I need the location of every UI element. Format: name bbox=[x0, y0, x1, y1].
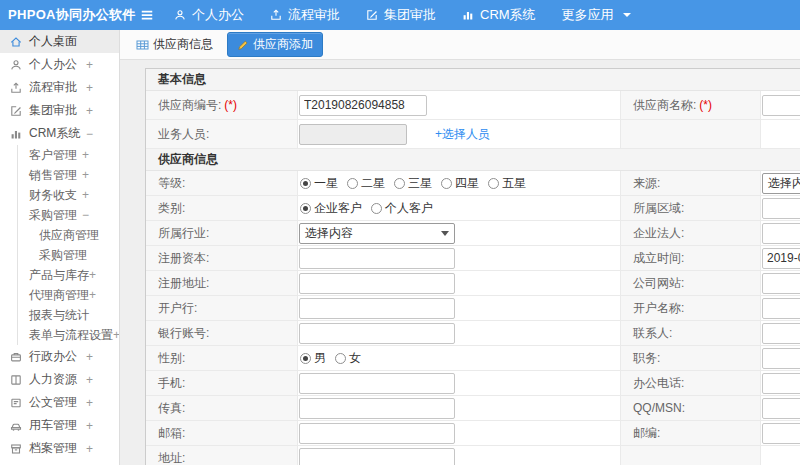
sidebar-item-label: 人力资源 bbox=[29, 371, 77, 388]
established-date-input[interactable] bbox=[762, 248, 800, 269]
sidebar-item-customer-mgmt[interactable]: 客户管理+ bbox=[18, 145, 119, 165]
sidebar-item-human-resources[interactable]: 人力资源+ bbox=[0, 368, 119, 391]
sidebar-item-admin-office[interactable]: 行政办公+ bbox=[0, 345, 119, 368]
supplier-name-input[interactable] bbox=[762, 95, 800, 116]
topbar: PHPOA协同办公软件 个人办公流程审批集团审批CRM系统更多应用 bbox=[0, 0, 800, 30]
sidebar-item-document-mgmt[interactable]: 公文管理+ bbox=[0, 391, 119, 414]
gender-radios-option[interactable]: 女 bbox=[335, 350, 361, 367]
category-radios: 企业客户个人客户 bbox=[298, 200, 433, 217]
qq-msn-input[interactable] bbox=[762, 398, 800, 419]
caret-down-icon bbox=[620, 13, 631, 17]
expand-icon: + bbox=[89, 268, 96, 282]
sidebar-item-label: 表单与流程设置 bbox=[29, 327, 113, 344]
field-label-text: 地址: bbox=[158, 450, 185, 465]
sidebar-item-label: 行政办公 bbox=[29, 348, 77, 365]
form-row: 银行账号:联系人: bbox=[146, 321, 800, 346]
field-cell: 选择内容 bbox=[298, 221, 621, 246]
company-website-input[interactable] bbox=[762, 273, 800, 294]
radio-unchecked-icon bbox=[347, 178, 358, 189]
sidebar-item-sales-mgmt[interactable]: 销售管理+ bbox=[18, 165, 119, 185]
level-radios-option[interactable]: 一星 bbox=[300, 175, 338, 192]
mobile-input[interactable] bbox=[299, 373, 455, 394]
registered-capital-input[interactable] bbox=[299, 248, 455, 269]
field-label-text: 来源: bbox=[633, 175, 660, 192]
tabbar: 供应商信息供应商添加 bbox=[120, 30, 800, 60]
sidebar-item-label: 流程审批 bbox=[29, 79, 77, 96]
required-marker: (*) bbox=[699, 98, 712, 112]
level-label: 等级: bbox=[146, 171, 298, 196]
level-radios-option[interactable]: 三星 bbox=[394, 175, 432, 192]
sidebar-item-crm-system[interactable]: CRM系统− bbox=[0, 122, 119, 145]
sidebar-item-agent-mgmt[interactable]: 代理商管理+ bbox=[18, 285, 119, 305]
bank-account-input[interactable] bbox=[299, 323, 455, 344]
sidebar-item-purchase-mgmt[interactable]: 采购管理− bbox=[18, 205, 119, 225]
sidebar-item-supplier-mgmt[interactable]: 供应商管理 bbox=[18, 225, 119, 245]
category-radios-option[interactable]: 个人客户 bbox=[371, 200, 433, 217]
tab-supplier-add[interactable]: 供应商添加 bbox=[227, 32, 323, 57]
sidebar-item-product-inventory[interactable]: 产品与库存+ bbox=[18, 265, 119, 285]
sidebar-item-form-process-settings[interactable]: 表单与流程设置+ bbox=[18, 325, 119, 345]
field-cell bbox=[761, 196, 800, 221]
archive-icon bbox=[10, 443, 22, 455]
position-input[interactable] bbox=[762, 348, 800, 369]
sidebar-item-process-approval[interactable]: 流程审批+ bbox=[0, 76, 119, 99]
level-radios-option[interactable]: 二星 bbox=[347, 175, 385, 192]
briefcase-icon bbox=[10, 351, 22, 363]
account-name-input[interactable] bbox=[762, 298, 800, 319]
field-cell bbox=[298, 446, 621, 465]
industry-select[interactable]: 选择内容 bbox=[299, 223, 455, 244]
sidebar-item-personal-office[interactable]: 个人办公+ bbox=[0, 53, 119, 76]
bank-branch-input[interactable] bbox=[299, 298, 455, 319]
nav-item-more-apps[interactable]: 更多应用 bbox=[562, 6, 631, 24]
level-radios-option[interactable]: 四星 bbox=[441, 175, 479, 192]
radio-checked-icon bbox=[300, 353, 311, 364]
sidebar-item-vehicle-mgmt[interactable]: 用车管理+ bbox=[0, 414, 119, 437]
field-label-text: 供应商编号: bbox=[158, 97, 221, 114]
office-phone-input[interactable] bbox=[762, 373, 800, 394]
field-cell: +选择人员 bbox=[298, 120, 621, 149]
radio-option-label: 一星 bbox=[314, 175, 338, 192]
field-label-text: 传真: bbox=[158, 400, 185, 417]
source-select[interactable]: 选择内容 bbox=[762, 173, 800, 194]
collapse-icon: − bbox=[82, 208, 89, 222]
field-label-text: 类别: bbox=[158, 200, 185, 217]
field-label-text: 办公电话: bbox=[633, 375, 684, 392]
sidebar-item-group-approval[interactable]: 集团审批+ bbox=[0, 99, 119, 122]
registered-address-input[interactable] bbox=[299, 273, 455, 294]
nav-item-crm-system[interactable]: CRM系统 bbox=[462, 6, 536, 24]
sidebar-item-archive-mgmt[interactable]: 档案管理+ bbox=[0, 437, 119, 460]
tab-supplier-info[interactable]: 供应商信息 bbox=[132, 33, 217, 56]
level-radios-option[interactable]: 五星 bbox=[488, 175, 526, 192]
sidebar-item-label: 客户管理 bbox=[29, 147, 77, 164]
radio-option-label: 四星 bbox=[455, 175, 479, 192]
nav-item-process-approval[interactable]: 流程审批 bbox=[270, 6, 340, 24]
legal-person-input[interactable] bbox=[762, 223, 800, 244]
app-logo: PHPOA协同办公软件 bbox=[0, 6, 128, 24]
sidebar-item-finance-income-expense[interactable]: 财务收支+ bbox=[18, 185, 119, 205]
fax-input[interactable] bbox=[299, 398, 455, 419]
email-input[interactable] bbox=[299, 423, 455, 444]
choose-person-link[interactable]: +选择人员 bbox=[435, 126, 490, 143]
business-person-label: 业务人员: bbox=[146, 120, 298, 149]
radio-unchecked-icon bbox=[394, 178, 405, 189]
field-label-text: QQ/MSN: bbox=[633, 401, 685, 415]
zipcode-input[interactable] bbox=[762, 423, 800, 444]
registered-address-label: 注册地址: bbox=[146, 271, 298, 296]
field-label-text: 邮箱: bbox=[158, 425, 185, 442]
nav-item-group-approval[interactable]: 集团审批 bbox=[366, 6, 436, 24]
form-row: 供应商编号:(*)供应商名称:(*) bbox=[146, 91, 800, 120]
form-row: 注册资本:成立时间: bbox=[146, 246, 800, 271]
nav-item-personal-office[interactable]: 个人办公 bbox=[174, 6, 244, 24]
region-input[interactable] bbox=[762, 198, 800, 219]
supplier-code-input[interactable] bbox=[299, 95, 427, 116]
sidebar-item-reports-statistics[interactable]: 报表与统计 bbox=[18, 305, 119, 325]
category-radios-option[interactable]: 企业客户 bbox=[300, 200, 362, 217]
sidebar-item-personal-desktop[interactable]: 个人桌面 bbox=[0, 30, 119, 53]
contact-person-input[interactable] bbox=[762, 323, 800, 344]
hamburger-icon[interactable] bbox=[140, 8, 154, 22]
field-label-text: 注册地址: bbox=[158, 275, 209, 292]
address-input[interactable] bbox=[299, 448, 455, 465]
sidebar-item-purchase-mgmt-sub[interactable]: 采购管理 bbox=[18, 245, 119, 265]
gender-radios-option[interactable]: 男 bbox=[300, 350, 326, 367]
form-row: 地址: bbox=[146, 446, 800, 465]
